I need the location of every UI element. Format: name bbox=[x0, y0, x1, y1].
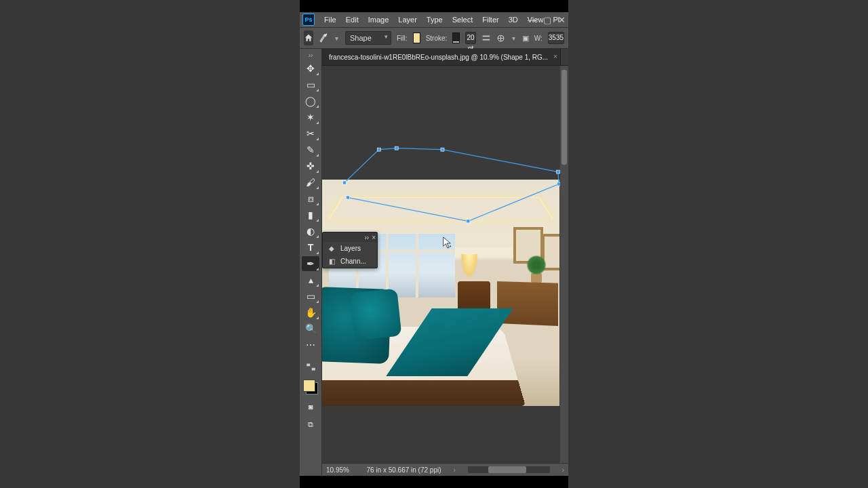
layers-icon: ◆ bbox=[327, 245, 336, 252]
document-image bbox=[322, 180, 559, 406]
marquee-tool[interactable]: ▭ bbox=[302, 77, 319, 92]
document-tab-title: francesca-tosolini-w1RE0lBbREo-unsplash.… bbox=[329, 54, 548, 61]
panel-item-channels[interactable]: ◧ Chann... bbox=[323, 255, 377, 268]
video-letterbox-bottom bbox=[300, 476, 568, 488]
options-bar: ▾ Shape Fill: Stroke: 20 pt ▾ ▣ W: bbox=[300, 28, 568, 49]
pen-tool[interactable]: ✒ bbox=[302, 256, 319, 271]
gradient-tool[interactable]: ▮ bbox=[302, 207, 319, 222]
zoom-tool[interactable]: 🔍 bbox=[302, 321, 319, 336]
stroke-swatch[interactable] bbox=[452, 33, 460, 43]
tab-close-icon[interactable]: × bbox=[553, 52, 557, 60]
path-align-chevron-icon[interactable]: ▾ bbox=[511, 35, 517, 42]
type-tool[interactable]: T bbox=[302, 240, 319, 255]
menubar: Ps File Edit Image Layer Type Select Fil… bbox=[300, 12, 568, 28]
more-tools[interactable]: ⋯ bbox=[302, 338, 319, 352]
pen-mode-dropdown[interactable]: Shape bbox=[345, 31, 391, 45]
window-controls: — ▢ ✕ bbox=[528, 12, 566, 27]
menu-type[interactable]: Type bbox=[422, 12, 447, 27]
scrollbar-thumb[interactable] bbox=[561, 70, 567, 165]
canvas-vertical-scrollbar[interactable] bbox=[560, 66, 568, 463]
path-align-icon[interactable]: ▣ bbox=[522, 32, 529, 44]
clone-stamp-tool[interactable]: ⧈ bbox=[302, 191, 319, 206]
eyedropper-tool[interactable]: ✎ bbox=[302, 142, 319, 157]
canvas-horizontal-scrollbar[interactable] bbox=[468, 466, 550, 473]
menu-filter[interactable]: Filter bbox=[478, 12, 502, 27]
document-tab[interactable]: francesca-tosolini-w1RE0lBbREo-unsplash.… bbox=[322, 49, 561, 65]
status-doc-info[interactable]: 76 in x 50.667 in (72 ppi) bbox=[366, 466, 441, 474]
status-info-chevron-icon[interactable]: › bbox=[454, 466, 456, 474]
current-tool-icon bbox=[319, 30, 328, 45]
fill-label: Fill: bbox=[397, 35, 408, 42]
svg-rect-5 bbox=[395, 146, 398, 150]
path-select-tool[interactable]: ▴ bbox=[302, 272, 319, 287]
canvas[interactable]: ›› × ◆ Layers ◧ Chann... bbox=[322, 66, 568, 463]
panel-collapse-icon[interactable]: ›› bbox=[364, 234, 369, 241]
panel-item-layers[interactable]: ◆ Layers bbox=[323, 242, 377, 255]
menu-file[interactable]: File bbox=[320, 12, 340, 27]
move-tool[interactable]: ✥ bbox=[302, 61, 319, 76]
toolbox: ›› ✥ ▭ ◯ ✶ ✂ ✎ ✜ 🖌 ⧈ ▮ ◐ T ✒ ▴ ▭ ✋ bbox=[300, 49, 322, 476]
photoshop-app: Ps File Edit Image Layer Type Select Fil… bbox=[300, 12, 568, 476]
menu-image[interactable]: Image bbox=[364, 12, 393, 27]
foreground-background-colors[interactable] bbox=[302, 378, 319, 396]
svg-rect-7 bbox=[557, 170, 560, 174]
work-area: ›› ✥ ▭ ◯ ✶ ✂ ✎ ✜ 🖌 ⧈ ▮ ◐ T ✒ ▴ ▭ ✋ bbox=[300, 49, 568, 476]
brush-tool[interactable]: 🖌 bbox=[302, 175, 319, 190]
panel-channels-label: Chann... bbox=[340, 258, 366, 265]
spot-heal-tool[interactable]: ✜ bbox=[302, 159, 319, 174]
path-operations-icon[interactable] bbox=[496, 32, 505, 44]
panel-dock[interactable]: ›› × ◆ Layers ◧ Chann... bbox=[322, 232, 378, 268]
quick-mask-button[interactable]: ◙ bbox=[303, 400, 318, 413]
window-minimize-button[interactable]: — bbox=[528, 16, 536, 24]
stroke-options-icon[interactable] bbox=[481, 32, 491, 44]
screen-mode-button[interactable]: ⧉ bbox=[303, 418, 318, 431]
lasso-tool[interactable]: ◯ bbox=[302, 94, 319, 108]
width-label: W: bbox=[534, 35, 542, 42]
panel-close-icon[interactable]: × bbox=[372, 234, 376, 241]
document-area: francesca-tosolini-w1RE0lBbREo-unsplash.… bbox=[322, 49, 568, 476]
svg-rect-6 bbox=[441, 148, 444, 151]
status-zoom[interactable]: 10.95% bbox=[326, 466, 354, 474]
panel-layers-label: Layers bbox=[340, 245, 361, 252]
hand-tool[interactable]: ✋ bbox=[302, 305, 319, 320]
video-letterbox-top bbox=[300, 0, 568, 12]
horizontal-scrollbar-thumb[interactable] bbox=[488, 466, 526, 473]
rectangle-tool[interactable]: ▭ bbox=[302, 289, 319, 304]
svg-rect-1 bbox=[307, 363, 310, 366]
menu-layer[interactable]: Layer bbox=[394, 12, 421, 27]
channels-icon: ◧ bbox=[327, 258, 336, 265]
toolbox-collapse-icon[interactable]: ›› bbox=[309, 52, 313, 60]
menu-edit[interactable]: Edit bbox=[342, 12, 363, 27]
svg-rect-4 bbox=[377, 148, 380, 151]
window-maximize-button[interactable]: ▢ bbox=[543, 16, 551, 24]
svg-rect-2 bbox=[311, 367, 315, 370]
crop-tool[interactable]: ✂ bbox=[302, 126, 319, 141]
menu-select[interactable]: Select bbox=[448, 12, 477, 27]
status-scroll-right-icon[interactable]: › bbox=[562, 466, 564, 474]
window-close-button[interactable]: ✕ bbox=[558, 16, 566, 24]
fill-swatch[interactable] bbox=[413, 33, 420, 43]
document-tab-bar: francesca-tosolini-w1RE0lBbREo-unsplash.… bbox=[322, 49, 568, 66]
foreground-color-swatch[interactable] bbox=[303, 380, 315, 392]
stroke-width-field[interactable]: 20 pt bbox=[465, 32, 475, 44]
home-button[interactable] bbox=[304, 30, 313, 45]
video-pillarbox-left bbox=[0, 0, 300, 488]
stroke-label: Stroke: bbox=[426, 35, 448, 42]
smudge-tool[interactable]: ◐ bbox=[302, 224, 319, 239]
tool-preset-chevron-icon[interactable]: ▾ bbox=[334, 35, 340, 42]
status-bar: 10.95% 76 in x 50.667 in (72 ppi) › › bbox=[322, 463, 568, 476]
width-field[interactable]: 3535 bbox=[548, 32, 564, 44]
app-logo-icon: Ps bbox=[302, 14, 315, 26]
menu-3d[interactable]: 3D bbox=[505, 12, 522, 27]
magic-wand-tool[interactable]: ✶ bbox=[302, 110, 319, 125]
video-pillarbox-right bbox=[568, 0, 868, 488]
toolbar-extra-icon[interactable] bbox=[302, 359, 319, 374]
